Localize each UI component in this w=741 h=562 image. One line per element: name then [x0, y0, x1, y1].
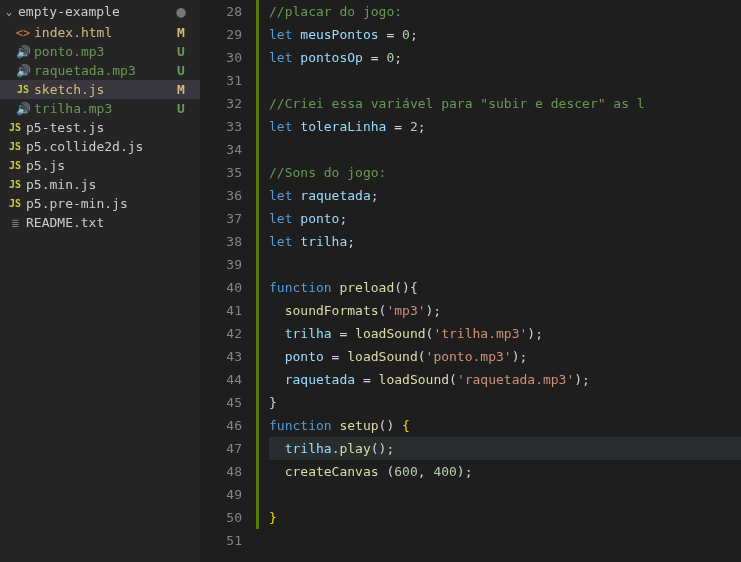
- code-line[interactable]: soundFormats('mp3');: [269, 299, 741, 322]
- file-item[interactable]: <>index.htmlM: [0, 23, 200, 42]
- line-number: 34: [200, 138, 242, 161]
- line-number: 51: [200, 529, 242, 552]
- file-name-label: p5.pre-min.js: [24, 196, 174, 211]
- code-line[interactable]: let toleraLinha = 2;: [269, 115, 741, 138]
- code-line[interactable]: function setup() {: [269, 414, 741, 437]
- folder-name: empty-example: [18, 4, 176, 19]
- file-item[interactable]: 🔊ponto.mp3U: [0, 42, 200, 61]
- unsaved-indicator-icon: ●: [176, 2, 194, 21]
- file-item[interactable]: ≣README.txt: [0, 213, 200, 232]
- git-status-badge: M: [174, 82, 194, 97]
- nested-file-list: <>index.htmlM🔊ponto.mp3U🔊raquetada.mp3UJ…: [0, 23, 200, 118]
- line-number: 44: [200, 368, 242, 391]
- file-item[interactable]: 🔊raquetada.mp3U: [0, 61, 200, 80]
- file-name-label: trilha.mp3: [32, 101, 174, 116]
- line-number: 49: [200, 483, 242, 506]
- app-root: ⌄ empty-example ● <>index.htmlM🔊ponto.mp…: [0, 0, 741, 562]
- code-line[interactable]: let meusPontos = 0;: [269, 23, 741, 46]
- chevron-down-icon: ⌄: [6, 6, 18, 17]
- line-number: 38: [200, 230, 242, 253]
- git-status-badge: U: [174, 101, 194, 116]
- file-item[interactable]: JSp5.js: [0, 156, 200, 175]
- line-number: 42: [200, 322, 242, 345]
- code-line[interactable]: trilha.play();: [269, 437, 741, 460]
- file-name-label: ponto.mp3: [32, 44, 174, 59]
- file-item[interactable]: JSp5-test.js: [0, 118, 200, 137]
- file-type-icon: 🔊: [14, 102, 32, 116]
- line-number: 32: [200, 92, 242, 115]
- file-type-icon: ≣: [6, 216, 24, 230]
- file-type-icon: 🔊: [14, 45, 32, 59]
- line-number: 30: [200, 46, 242, 69]
- file-item[interactable]: JSsketch.jsM: [0, 80, 200, 99]
- file-type-icon: JS: [6, 141, 24, 152]
- code-area[interactable]: //placar do jogo:let meusPontos = 0;let …: [257, 0, 741, 562]
- file-item[interactable]: JSp5.pre-min.js: [0, 194, 200, 213]
- file-item[interactable]: JSp5.min.js: [0, 175, 200, 194]
- line-number: 45: [200, 391, 242, 414]
- file-type-icon: 🔊: [14, 64, 32, 78]
- code-line[interactable]: }: [269, 506, 741, 529]
- code-line[interactable]: [269, 138, 741, 161]
- folder-header[interactable]: ⌄ empty-example ●: [0, 0, 200, 23]
- line-number: 37: [200, 207, 242, 230]
- line-number: 48: [200, 460, 242, 483]
- code-editor[interactable]: 2829303132333435363738394041424344454647…: [200, 0, 741, 562]
- file-name-label: README.txt: [24, 215, 174, 230]
- code-line[interactable]: }: [269, 391, 741, 414]
- code-line[interactable]: let raquetada;: [269, 184, 741, 207]
- line-number: 41: [200, 299, 242, 322]
- line-number: 40: [200, 276, 242, 299]
- file-type-icon: JS: [6, 198, 24, 209]
- code-line[interactable]: //Criei essa variável para "subir e desc…: [269, 92, 741, 115]
- code-line[interactable]: createCanvas (600, 400);: [269, 460, 741, 483]
- file-name-label: raquetada.mp3: [32, 63, 174, 78]
- file-name-label: index.html: [32, 25, 174, 40]
- git-gutter: [256, 0, 257, 562]
- file-name-label: p5.collide2d.js: [24, 139, 174, 154]
- file-explorer: ⌄ empty-example ● <>index.htmlM🔊ponto.mp…: [0, 0, 200, 562]
- file-type-icon: JS: [14, 84, 32, 95]
- file-type-icon: <>: [14, 26, 32, 40]
- code-line[interactable]: let pontosOp = 0;: [269, 46, 741, 69]
- file-item[interactable]: 🔊trilha.mp3U: [0, 99, 200, 118]
- git-status-badge: M: [174, 25, 194, 40]
- root-file-list: JSp5-test.jsJSp5.collide2d.jsJSp5.jsJSp5…: [0, 118, 200, 232]
- line-number-gutter: 2829303132333435363738394041424344454647…: [200, 0, 256, 562]
- line-number: 39: [200, 253, 242, 276]
- code-line[interactable]: [269, 253, 741, 276]
- line-number: 47: [200, 437, 242, 460]
- line-number: 36: [200, 184, 242, 207]
- code-line[interactable]: [269, 483, 741, 506]
- file-type-icon: JS: [6, 122, 24, 133]
- git-change-marker: [256, 0, 259, 529]
- line-number: 46: [200, 414, 242, 437]
- file-name-label: sketch.js: [32, 82, 174, 97]
- code-line[interactable]: let trilha;: [269, 230, 741, 253]
- line-number: 28: [200, 0, 242, 23]
- file-name-label: p5.min.js: [24, 177, 174, 192]
- code-line[interactable]: [269, 69, 741, 92]
- git-status-badge: U: [174, 44, 194, 59]
- line-number: 35: [200, 161, 242, 184]
- code-line[interactable]: ponto = loadSound('ponto.mp3');: [269, 345, 741, 368]
- code-line[interactable]: //placar do jogo:: [269, 0, 741, 23]
- code-line[interactable]: trilha = loadSound('trilha.mp3');: [269, 322, 741, 345]
- code-line[interactable]: [269, 529, 741, 552]
- code-line[interactable]: raquetada = loadSound('raquetada.mp3');: [269, 368, 741, 391]
- code-line[interactable]: let ponto;: [269, 207, 741, 230]
- code-line[interactable]: //Sons do jogo:: [269, 161, 741, 184]
- line-number: 33: [200, 115, 242, 138]
- line-number: 43: [200, 345, 242, 368]
- file-name-label: p5-test.js: [24, 120, 174, 135]
- file-item[interactable]: JSp5.collide2d.js: [0, 137, 200, 156]
- line-number: 29: [200, 23, 242, 46]
- file-type-icon: JS: [6, 160, 24, 171]
- code-line[interactable]: function preload(){: [269, 276, 741, 299]
- file-type-icon: JS: [6, 179, 24, 190]
- line-number: 31: [200, 69, 242, 92]
- line-number: 50: [200, 506, 242, 529]
- git-status-badge: U: [174, 63, 194, 78]
- file-name-label: p5.js: [24, 158, 174, 173]
